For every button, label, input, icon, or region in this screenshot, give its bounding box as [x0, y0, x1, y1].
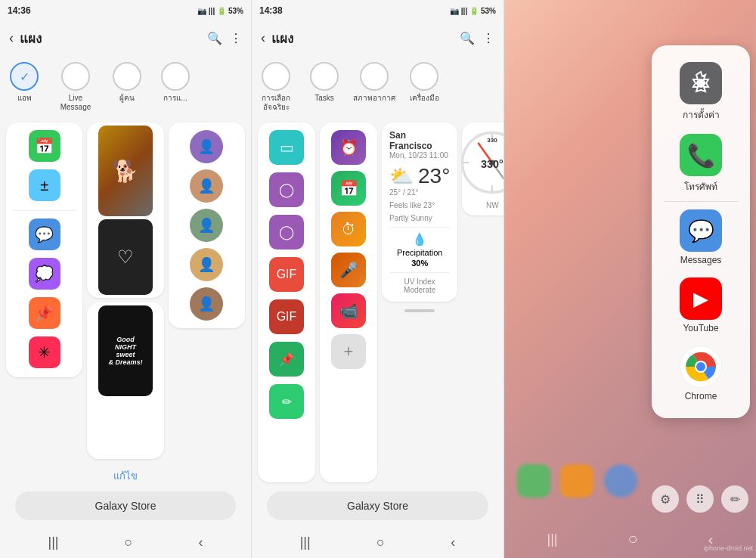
people-card: 👤 👤 👤 👤 👤: [169, 122, 245, 328]
right-app-settings[interactable]: การตั้งค่า: [659, 56, 742, 128]
contact-1[interactable]: 👤: [190, 130, 223, 163]
category-smart-select[interactable]: การเลือกอัจฉริยะ: [252, 59, 300, 115]
category-tasks[interactable]: Tasks: [300, 59, 349, 115]
left-nav-home[interactable]: ○: [125, 535, 133, 550]
right-divider-1: [664, 201, 739, 202]
weather-precip-val: 30%: [411, 259, 428, 268]
smart-select-card: ▭ ◯ ◯ GIF GIF 📌 ✏: [258, 122, 315, 482]
task-icon-1[interactable]: ⏰: [331, 130, 366, 165]
right-app-youtube[interactable]: ▶ YouTube: [659, 271, 742, 339]
right-settings-btn[interactable]: ⚙: [652, 485, 679, 513]
apps-widget-card: 📅 ± 💬 💭 📌 ✳: [6, 122, 82, 377]
settings-label: การตั้งค่า: [683, 107, 720, 122]
compass-label: NW: [458, 201, 503, 209]
app-calculator[interactable]: ±: [29, 169, 60, 201]
weather-range: 25° / 21°: [389, 188, 450, 197]
right-panel: การตั้งค่า 📞 โทรศัพท์ 💬 Messages ▶ YouTu…: [504, 0, 756, 558]
task-icon-3[interactable]: ⏱: [331, 212, 366, 246]
right-app-messages[interactable]: 💬 Messages: [659, 203, 742, 271]
left-search-icon[interactable]: 🔍: [207, 31, 222, 45]
weather-widget: San Francisco Mon, 10/23 11:00 ⛅ 23° 25°…: [382, 122, 457, 302]
category-app[interactable]: ✓ แอพ: [0, 59, 48, 115]
tasks-card: ⏰ 📅 ⏱ 🎤 📹 +: [320, 122, 377, 482]
right-nav-menu[interactable]: |||: [547, 532, 558, 547]
weather-feels: Feels like 23°: [389, 201, 450, 209]
people-col: 👤 👤 👤 👤 👤: [169, 122, 245, 459]
smart-pin-icon[interactable]: 📌: [269, 342, 304, 377]
right-edit-btn[interactable]: ✏: [721, 485, 748, 513]
middle-status-bar: 14:38 📷 ||| 🔋 53%: [252, 0, 503, 21]
left-title: แผง: [20, 28, 207, 48]
youtube-icon: ▶: [680, 277, 722, 320]
middle-nav-bar: ||| ○ ‹: [252, 526, 503, 558]
contact-5[interactable]: 👤: [190, 287, 223, 321]
middle-galaxy-store-btn[interactable]: Galaxy Store: [267, 491, 488, 520]
task-icon-5[interactable]: 📹: [331, 293, 366, 328]
svg-text:330°: 330°: [481, 158, 503, 170]
compass-widget-col: 330 330° NW: [462, 122, 503, 482]
contact-2[interactable]: 👤: [190, 169, 223, 203]
left-nav-bar: ||| ○ ‹: [0, 526, 251, 558]
left-nav-menu[interactable]: |||: [48, 535, 59, 550]
left-nav-back[interactable]: ‹: [198, 535, 203, 550]
smart-pen-icon[interactable]: ✏: [269, 384, 304, 419]
left-back-icon[interactable]: ‹: [9, 30, 14, 46]
app-chat[interactable]: 💭: [29, 258, 60, 290]
left-header-icons: 🔍 ⋮: [207, 31, 242, 45]
apps-widget-col: 📅 ± 💬 💭 📌 ✳: [6, 122, 82, 459]
right-bottom-icons: ⚙ ⠿ ✏: [652, 485, 748, 513]
middle-nav-home[interactable]: ○: [376, 535, 385, 550]
category-tools[interactable]: เครื่องมือ: [400, 59, 448, 115]
middle-nav-menu[interactable]: |||: [300, 535, 311, 550]
weather-precip: 💧 Precipitation 30%: [389, 232, 450, 268]
middle-time: 14:38: [259, 5, 283, 16]
right-app-chrome[interactable]: Chrome: [659, 339, 742, 408]
right-apps-btn[interactable]: ⠿: [686, 485, 714, 513]
right-nav-home[interactable]: ○: [628, 529, 638, 549]
app-calendar[interactable]: 📅: [29, 130, 60, 162]
category-people[interactable]: ผู้คน: [103, 59, 151, 115]
left-more-icon[interactable]: ⋮: [230, 31, 242, 45]
compass-svg: 330 330°: [458, 129, 503, 197]
middle-back-icon[interactable]: ‹: [261, 30, 265, 46]
live-message-col: 🐕 ♡ GoodNIGHTsweet& Dreams!: [87, 122, 163, 459]
bg-dock-icons: [512, 464, 643, 498]
category-weather[interactable]: สภาพอากาศ: [349, 59, 400, 115]
app-star[interactable]: ✳: [29, 336, 60, 368]
weather-uv-val: Moderate: [404, 286, 435, 294]
phone-icon: 📞: [680, 134, 722, 176]
middle-more-icon[interactable]: ⋮: [482, 31, 494, 45]
messages-label: Messages: [680, 255, 722, 265]
tasks-widget-col: ⏰ 📅 ⏱ 🎤 📹 +: [320, 122, 377, 482]
smart-oval-icon[interactable]: ◯: [269, 215, 304, 250]
contact-4[interactable]: 👤: [190, 248, 223, 281]
edit-link[interactable]: แก้ไข: [0, 463, 251, 487]
task-icon-4[interactable]: 🎤: [331, 253, 366, 287]
task-add-icon[interactable]: +: [331, 334, 366, 369]
smart-rect-icon[interactable]: ▭: [269, 130, 304, 165]
left-galaxy-store-btn[interactable]: Galaxy Store: [15, 491, 236, 520]
category-live-message[interactable]: Live Message: [48, 59, 103, 115]
smart-circle-icon[interactable]: ◯: [269, 172, 304, 207]
live-message-card: 🐕 ♡: [87, 122, 163, 298]
middle-header: ‹ แผง 🔍 ⋮: [252, 21, 503, 54]
task-icon-2[interactable]: 📅: [331, 171, 366, 206]
middle-status-icons: 📷 ||| 🔋 53%: [450, 7, 496, 15]
smart-gif-icon[interactable]: GIF: [269, 257, 304, 292]
app-bookmark[interactable]: 📌: [29, 297, 60, 329]
messages-icon: 💬: [680, 209, 722, 252]
smart-gif2-icon[interactable]: GIF: [269, 299, 304, 334]
youtube-label: YouTube: [683, 323, 718, 333]
live-image-2: ♡: [98, 219, 153, 295]
middle-categories: การเลือกอัจฉริยะ Tasks สภาพอากาศ เครื่อง…: [252, 54, 503, 118]
weather-uv-label: UV Index: [404, 277, 435, 286]
category-selection[interactable]: การแ...: [151, 59, 200, 115]
middle-nav-back[interactable]: ‹: [451, 535, 455, 550]
app-messages2[interactable]: 💬: [29, 219, 60, 250]
settings-icon: [680, 62, 722, 104]
contact-3[interactable]: 👤: [190, 209, 223, 242]
right-app-phone[interactable]: 📞 โทรศัพท์: [659, 128, 742, 200]
middle-title: แผง: [271, 28, 460, 48]
middle-search-icon[interactable]: 🔍: [460, 31, 475, 45]
phone-label: โทรศัพท์: [684, 179, 717, 194]
